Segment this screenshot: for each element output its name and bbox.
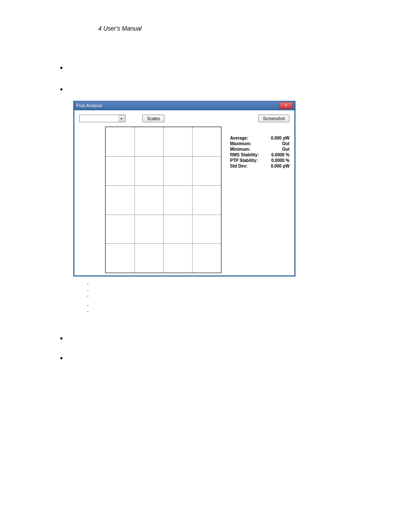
stat-label: RMS Stability:: [230, 152, 259, 158]
page-header: 4 User's Manual: [98, 25, 142, 32]
bullet-item: [60, 355, 302, 359]
stat-row: Average: 0.000 pW: [230, 135, 290, 141]
window-toolbar: ▼ Scales Screenshot: [79, 115, 290, 122]
dash-item: -: [87, 287, 302, 292]
chevron-down-icon: ▼: [118, 115, 125, 121]
stat-label: Minimum:: [230, 146, 250, 152]
dash-item: -: [87, 281, 302, 286]
stat-value: 0.0000 %: [271, 158, 290, 163]
window-title: Post-Analysis: [76, 103, 103, 108]
stat-label: Maximum:: [230, 141, 251, 146]
scales-button[interactable]: Scales: [142, 115, 165, 122]
bullet-icon: [60, 357, 62, 359]
stat-row: Std Dev: 0.000 pW: [230, 163, 290, 169]
stats-panel: Average: 0.000 pW Maximum: Out Minimum: …: [230, 127, 290, 273]
post-analysis-window: Post-Analysis x ▼ Scales Screenshot: [73, 101, 296, 277]
bullet-item: [60, 65, 302, 69]
dash-icon: -: [87, 293, 93, 298]
stat-row: RMS Stability: 0.0000 %: [230, 152, 290, 158]
dash-icon: -: [87, 287, 93, 292]
dash-item: -: [87, 308, 302, 314]
dash-item: -: [87, 293, 302, 298]
bullet-item: [60, 86, 302, 90]
close-button[interactable]: x: [280, 102, 293, 109]
window-body: ▼ Scales Screenshot Avera: [75, 110, 294, 275]
stat-label: Std Dev:: [230, 163, 248, 169]
stat-value: 0.0000 %: [271, 152, 290, 158]
dash-icon: -: [87, 302, 93, 308]
stat-label: PTP Stability:: [230, 158, 258, 163]
window-titlebar: Post-Analysis x: [74, 101, 295, 110]
stat-label: Average:: [230, 135, 248, 141]
stat-value: Out: [282, 146, 290, 152]
stat-value: 0.000 pW: [271, 163, 290, 169]
stat-value: 0.000 pW: [271, 135, 290, 141]
dash-item: -: [87, 302, 302, 308]
bullet-icon: [60, 88, 62, 90]
window-main: Average: 0.000 pW Maximum: Out Minimum: …: [79, 127, 290, 273]
stat-row: PTP Stability: 0.0000 %: [230, 158, 290, 163]
chart-plot-area: [105, 127, 221, 273]
stat-row: Minimum: Out: [230, 146, 290, 152]
screenshot-button[interactable]: Screenshot: [258, 115, 290, 122]
bullet-item: [60, 335, 302, 339]
dash-icon: -: [87, 281, 93, 286]
stat-row: Maximum: Out: [230, 141, 290, 146]
stat-value: Out: [282, 141, 290, 146]
dash-icon: -: [87, 308, 93, 314]
bullet-icon: [60, 67, 62, 69]
bullet-icon: [60, 337, 62, 339]
page-content: Post-Analysis x ▼ Scales Screenshot: [60, 60, 302, 370]
file-dropdown[interactable]: ▼: [79, 115, 126, 122]
dash-list: - - - - -: [87, 281, 302, 314]
